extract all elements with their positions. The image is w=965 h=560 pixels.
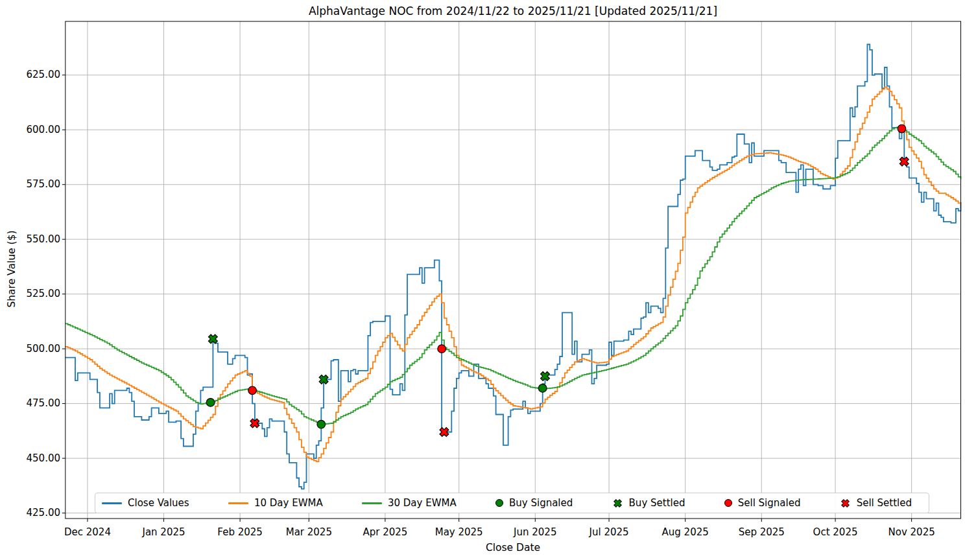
legend-circle-icon [495, 499, 503, 507]
signal-circle-marker [538, 384, 547, 393]
x-tick-label: May 2025 [423, 526, 495, 538]
y-axis-label: Share Value ($) [6, 217, 18, 321]
legend-line-swatch [228, 502, 248, 504]
y-tick-label: 500.00 [2, 344, 60, 354]
y-tick-label: 475.00 [2, 399, 60, 408]
legend-line-swatch [362, 502, 382, 504]
x-tick-label: Oct 2025 [800, 526, 871, 538]
y-tick-label: 450.00 [2, 454, 60, 463]
plot-border [66, 21, 961, 519]
sell-settled-markers [248, 155, 911, 439]
y-tick-label: 600.00 [2, 125, 60, 135]
signal-circle-marker [317, 420, 326, 428]
y-tick-label: 525.00 [2, 289, 60, 299]
x-tick-label: Dec 2024 [52, 526, 123, 538]
x-tick-label: Jan 2025 [128, 526, 200, 538]
legend-item-sell-signaled: Sell Signaled [724, 497, 801, 509]
ewma30-line [66, 126, 961, 425]
x-tick-label: Mar 2025 [273, 526, 344, 538]
legend-item-sell-settled: Sell Settled [840, 497, 912, 509]
x-tick-label: Apr 2025 [350, 526, 421, 538]
legend: Close Values10 Day EWMA30 Day EWMABuy Si… [95, 493, 929, 513]
plot-area [0, 0, 965, 560]
signal-circle-marker [898, 124, 906, 133]
legend-line-swatch [102, 502, 122, 504]
x-tick-label: Jul 2025 [573, 526, 645, 538]
y-tick-label: 575.00 [2, 180, 60, 189]
legend-label: Buy Settled [629, 497, 685, 509]
figure-canvas: AlphaVantage NOC from 2024/11/22 to 2025… [0, 0, 965, 560]
legend-label: Buy Signaled [509, 497, 573, 509]
signal-circle-marker [248, 386, 257, 395]
legend-item-buy-signaled: Buy Signaled [495, 497, 573, 509]
x-tick-label: Nov 2025 [876, 526, 947, 538]
x-tick-label: Feb 2025 [204, 526, 276, 538]
legend-label: 10 Day EWMA [254, 497, 323, 509]
legend-label: Close Values [128, 497, 189, 509]
legend-item-10-day-ewma: 10 Day EWMA [228, 497, 323, 509]
legend-x-icon [612, 498, 623, 509]
ewma10-line [66, 87, 961, 461]
y-tick-label: 550.00 [2, 235, 60, 244]
signal-circle-marker [438, 345, 446, 353]
x-tick-label: Aug 2025 [650, 526, 721, 538]
buy-settled-markers [206, 332, 551, 386]
close-values-line [66, 45, 961, 489]
legend-item-close-values: Close Values [102, 497, 189, 509]
legend-item-buy-settled: Buy Settled [612, 497, 685, 509]
legend-label: Sell Signaled [738, 497, 801, 509]
x-tick-label: Jun 2025 [499, 526, 571, 538]
x-axis-label: Close Date [65, 542, 961, 554]
legend-x-icon [840, 498, 851, 509]
x-tick-label: Sep 2025 [726, 526, 797, 538]
legend-label: Sell Settled [857, 497, 912, 509]
y-tick-label: 425.00 [2, 508, 60, 518]
chart-title: AlphaVantage NOC from 2024/11/22 to 2025… [65, 5, 961, 18]
legend-item-30-day-ewma: 30 Day EWMA [362, 497, 457, 509]
legend-label: 30 Day EWMA [388, 497, 457, 509]
legend-circle-icon [724, 499, 732, 507]
signal-circle-marker [206, 399, 215, 407]
y-tick-label: 625.00 [2, 70, 60, 80]
